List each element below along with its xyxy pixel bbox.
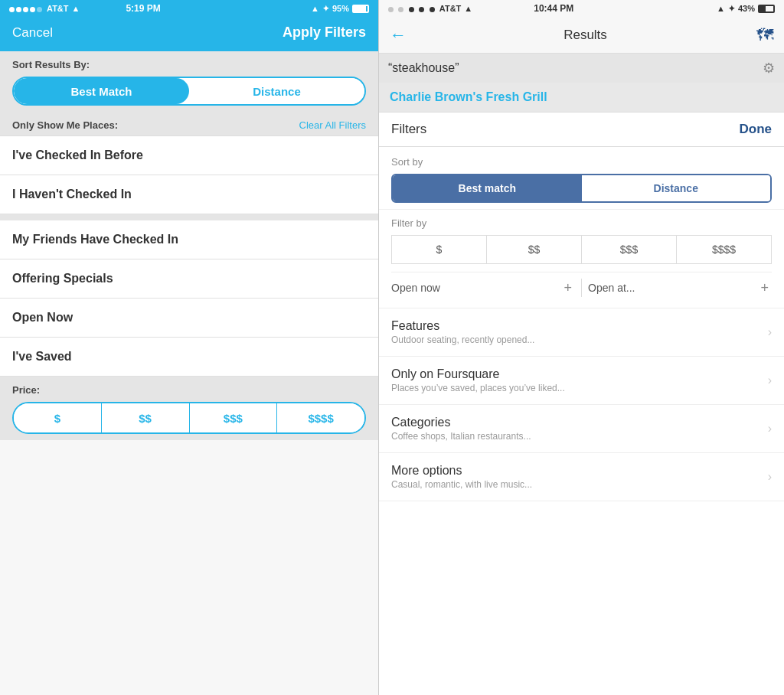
right-status-icons-right: ▲ ✦ 43% <box>717 4 775 14</box>
right-sort-label: Sort by <box>391 156 772 168</box>
right-panel: AT&T ▲ 10:44 PM ▲ ✦ 43% ← Results 🗺 “ste… <box>378 0 784 695</box>
sort-label: Sort Results By: <box>12 59 366 70</box>
price-buttons: $ $$ $$$ $$$$ <box>12 402 366 434</box>
price-grid: $ $$ $$$ $$$$ <box>391 235 772 264</box>
filter-open-now[interactable]: Open Now <box>0 299 378 338</box>
filter-checked-in[interactable]: I've Checked In Before <box>0 136 378 175</box>
filter-features-item[interactable]: Features Outdoor seating, recently opene… <box>379 308 784 357</box>
right-status-icons-left: ▲ ✦ 95% <box>311 4 369 14</box>
location-icon-left: ▲ <box>311 4 319 13</box>
done-button[interactable]: Done <box>740 122 773 137</box>
filter-list: I've Checked In Before I Haven't Checked… <box>0 135 378 377</box>
signal-dots <box>9 2 44 15</box>
status-bar-right: AT&T ▲ 10:44 PM ▲ ✦ 43% <box>379 0 784 17</box>
filter-section-header: Only Show Me Places: Clear All Filters <box>0 112 378 135</box>
location-icon-right: ▲ <box>717 4 725 13</box>
apply-filters-button[interactable]: Apply Filters <box>283 24 366 41</box>
open-at-item: Open at... + <box>588 280 772 296</box>
right-sort-section: Sort by Best match Distance <box>379 147 784 210</box>
price-dollar3-button[interactable]: $$$ <box>190 403 278 432</box>
filter-more-sub: Casual, romantic, with live music... <box>391 479 532 490</box>
battery-bar-right <box>758 5 775 13</box>
cancel-button[interactable]: Cancel <box>12 25 53 41</box>
results-header: ← Results 🗺 <box>379 17 784 54</box>
open-row: Open now + Open at... + <box>391 272 772 303</box>
chevron-right-icon: › <box>768 470 772 484</box>
filter-friends-checked-in[interactable]: My Friends Have Checked In <box>0 214 378 259</box>
filter-categories-sub: Coffee shops, Italian restaurants... <box>391 431 531 442</box>
filters-modal: Filters Done Sort by Best match Distance… <box>379 113 784 695</box>
price-dollar2-button[interactable]: $$ <box>102 403 190 432</box>
map-icon[interactable]: 🗺 <box>756 25 773 45</box>
carrier-left: AT&T <box>47 4 69 13</box>
bluetooth-icon-right: ✦ <box>728 4 735 14</box>
filter-offering-specials[interactable]: Offering Specials <box>0 259 378 299</box>
right-sort-best-match[interactable]: Best match <box>393 175 582 201</box>
price-grid-dollar4[interactable]: $$$$ <box>677 236 771 263</box>
only-show-label: Only Show Me Places: <box>12 119 118 131</box>
search-bar: “steakhouse” ⚙ <box>379 54 784 83</box>
filter-features-title: Features <box>391 319 534 333</box>
chevron-right-icon: › <box>768 325 772 339</box>
battery-right: 43% <box>738 4 755 13</box>
time-right: 10:44 PM <box>534 3 573 14</box>
filter-by-label: Filter by <box>391 217 772 229</box>
left-panel: AT&T ▲ 5:19 PM ▲ ✦ 95% Cancel Apply Filt… <box>0 0 378 695</box>
price-grid-dollar3[interactable]: $$$ <box>582 236 677 263</box>
open-at-plus-button[interactable]: + <box>757 280 772 296</box>
wifi-icon-left: ▲ <box>72 4 80 13</box>
price-grid-dollar2[interactable]: $$ <box>487 236 582 263</box>
battery-bar-left <box>352 5 369 13</box>
price-dollar-button[interactable]: $ <box>14 403 102 432</box>
search-query-text: “steakhouse” <box>388 61 459 75</box>
clear-all-filters-button[interactable]: Clear All Filters <box>299 119 366 131</box>
price-section: Price: $ $$ $$$ $$$$ <box>0 377 378 440</box>
right-sort-toggle: Best match Distance <box>391 174 772 203</box>
right-sort-distance[interactable]: Distance <box>582 175 771 201</box>
left-header: Cancel Apply Filters <box>0 17 378 51</box>
right-filter-list: Features Outdoor seating, recently opene… <box>379 308 784 695</box>
battery-left: 95% <box>332 4 349 13</box>
filter-not-checked-in[interactable]: I Haven't Checked In <box>0 175 378 214</box>
filter-foursquare-title: Only on Foursquare <box>391 367 565 381</box>
filter-categories-title: Categories <box>391 416 531 429</box>
venue-name[interactable]: Charlie Brown's Fresh Grill <box>390 90 773 104</box>
chevron-right-icon: › <box>768 374 772 387</box>
filter-foursquare-sub: Places you’ve saved, places you’ve liked… <box>391 383 565 393</box>
open-now-plus-button[interactable]: + <box>560 280 575 296</box>
sort-best-match-button[interactable]: Best Match <box>14 78 189 104</box>
price-grid-dollar[interactable]: $ <box>392 236 487 263</box>
open-now-item: Open now + <box>391 280 575 296</box>
wifi-icon-right: ▲ <box>464 4 472 13</box>
signal-dots-right <box>388 2 436 15</box>
status-bar-left: AT&T ▲ 5:19 PM ▲ ✦ 95% <box>0 0 378 17</box>
filter-icon-button[interactable]: ⚙ <box>763 60 775 77</box>
filter-by-section: Filter by $ $$ $$$ $$$$ Open now + Open … <box>379 210 784 308</box>
venue-preview: Charlie Brown's Fresh Grill <box>379 83 784 113</box>
results-title: Results <box>414 28 756 43</box>
sort-distance-button[interactable]: Distance <box>189 78 364 104</box>
filter-categories-item[interactable]: Categories Coffee shops, Italian restaur… <box>379 405 784 453</box>
filters-modal-header: Filters Done <box>379 113 784 147</box>
carrier-right: AT&T <box>439 4 462 13</box>
chevron-right-icon: › <box>768 422 772 436</box>
open-now-text: Open now <box>391 282 560 294</box>
filter-features-sub: Outdoor seating, recently opened... <box>391 334 534 345</box>
time-left: 5:19 PM <box>126 3 160 14</box>
sort-section: Sort Results By: Best Match Distance <box>0 51 378 112</box>
filter-more-title: More options <box>391 464 532 478</box>
price-dollar4-button[interactable]: $$$$ <box>277 403 364 432</box>
filter-foursquare-item[interactable]: Only on Foursquare Places you’ve saved, … <box>379 357 784 405</box>
filter-more-options-item[interactable]: More options Casual, romantic, with live… <box>379 453 784 501</box>
price-label: Price: <box>12 384 366 396</box>
back-button[interactable]: ← <box>390 25 407 45</box>
filters-modal-title: Filters <box>391 122 426 137</box>
bluetooth-icon-left: ✦ <box>322 4 329 14</box>
open-at-text: Open at... <box>588 282 757 294</box>
sort-toggle: Best Match Distance <box>12 77 366 106</box>
filter-saved[interactable]: I've Saved <box>0 338 378 377</box>
open-divider <box>581 279 582 297</box>
